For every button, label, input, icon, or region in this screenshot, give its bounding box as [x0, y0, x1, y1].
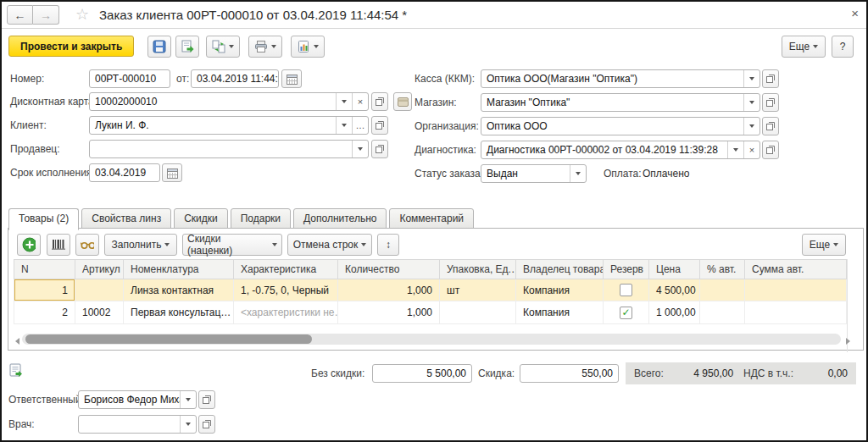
doctor-input[interactable] — [78, 415, 197, 434]
cash-register-dropdown[interactable] — [743, 70, 760, 87]
cash-register-input[interactable]: Оптика ООО(Магазин "Оптика") — [481, 69, 760, 88]
client-input[interactable]: Лукин И. Ф. … — [89, 116, 369, 135]
due-date-calendar-button[interactable] — [162, 163, 182, 182]
organization-input[interactable]: Оптика ООО — [481, 117, 760, 135]
cash-register-open-button[interactable] — [762, 69, 779, 88]
col-header-article[interactable]: Артикул — [75, 260, 124, 279]
create-based-on-button[interactable] — [206, 36, 240, 58]
col-header-characteristic[interactable]: Характеристика — [234, 260, 338, 279]
cell-reserve[interactable]: ✓ — [604, 279, 649, 301]
cell-quantity[interactable]: 1,000 — [338, 301, 440, 323]
tab-comment[interactable]: Комментарий — [389, 208, 474, 229]
seller-open-button[interactable] — [371, 140, 388, 158]
diagnostics-open-button[interactable] — [762, 141, 779, 159]
forward-button[interactable]: → — [33, 5, 59, 25]
col-header-pct-auto[interactable]: % авт. — [700, 260, 745, 279]
discount-card-input[interactable]: 10002000010 × — [89, 92, 369, 111]
cell-pct-auto[interactable] — [700, 279, 745, 301]
date-calendar-button[interactable] — [281, 69, 302, 88]
col-header-sum-auto[interactable]: Сумма авт. — [745, 260, 847, 279]
diagnostics-input[interactable]: Диагностика 00РТ-000002 от 03.04.2019 11… — [481, 141, 760, 159]
cell-n[interactable]: 2 — [14, 301, 75, 323]
col-header-n[interactable]: N — [14, 260, 75, 279]
client-choose-button[interactable]: … — [352, 117, 368, 134]
print-button[interactable] — [248, 36, 282, 58]
shop-input[interactable]: Магазин "Оптика" — [481, 93, 760, 112]
cell-characteristic[interactable]: <характеристики не… — [234, 301, 338, 323]
cell-price[interactable]: 4 500,00 — [649, 279, 700, 301]
col-header-price[interactable]: Цена — [649, 260, 700, 279]
cell-nomenclature[interactable]: Первая консультац… — [124, 301, 234, 323]
row-height-button[interactable]: ↕ — [377, 234, 399, 256]
client-dropdown[interactable] — [336, 117, 352, 134]
scrollbar-thumb[interactable] — [25, 334, 312, 344]
post-status-button[interactable] — [8, 363, 24, 382]
col-header-package[interactable]: Упаковка, Ед.… — [440, 260, 516, 279]
discount-input[interactable]: 550,00 — [520, 364, 619, 383]
responsible-dropdown[interactable] — [180, 391, 196, 408]
cell-price[interactable]: 1 000,00 — [649, 301, 700, 323]
barcode-scan-button[interactable] — [47, 234, 70, 256]
cell-owner[interactable]: Компания — [516, 301, 604, 323]
client-open-button[interactable] — [371, 116, 388, 135]
date-input[interactable]: 03.04.2019 11:44:54 — [191, 69, 279, 88]
organization-open-button[interactable] — [762, 117, 779, 135]
more-button[interactable]: Еще — [782, 36, 826, 58]
responsible-input[interactable]: Борисов Федор Михайло — [78, 390, 197, 409]
discount-card-clear[interactable]: × — [352, 93, 368, 110]
tab-gifts[interactable]: Подарки — [231, 208, 291, 229]
favorite-star-icon[interactable]: ☆ — [75, 5, 89, 24]
table-row[interactable]: 2 10002 Первая консультац… <характеристи… — [14, 301, 847, 323]
discounts-markups-button[interactable]: Скидки (наценки) — [182, 234, 282, 256]
cell-article[interactable]: 10002 — [75, 301, 124, 323]
col-header-reserve[interactable]: Резерв — [604, 260, 649, 279]
seller-dropdown[interactable] — [352, 141, 368, 157]
cancel-rows-button[interactable]: Отмена строк — [287, 234, 372, 256]
diagnostics-clear[interactable]: × — [743, 141, 760, 158]
post-and-close-button[interactable]: Провести и закрыть — [8, 36, 134, 57]
doctor-dropdown[interactable] — [180, 416, 196, 433]
table-row[interactable]: 1 Линза контактная 1, -0.75, 0, Черный 1… — [14, 279, 847, 301]
shop-open-button[interactable] — [762, 93, 779, 112]
horizontal-scrollbar[interactable] — [22, 334, 841, 345]
post-document-button[interactable] — [175, 36, 199, 58]
cell-sum-auto[interactable] — [745, 279, 847, 301]
cell-characteristic[interactable]: 1, -0.75, 0, Черный — [234, 279, 338, 301]
close-icon[interactable]: × — [851, 7, 859, 20]
discount-card-dropdown[interactable] — [336, 93, 352, 110]
col-header-owner[interactable]: Владелец товара — [516, 260, 604, 279]
cell-package[interactable]: шт — [440, 279, 516, 301]
reports-button[interactable] — [291, 36, 325, 58]
number-input[interactable]: 00РТ-000010 — [89, 69, 170, 88]
cell-nomenclature[interactable]: Линза контактная — [124, 279, 234, 301]
due-date-input[interactable]: 03.04.2019 — [89, 163, 160, 182]
cell-package[interactable] — [440, 301, 516, 323]
help-button[interactable]: ? — [832, 36, 854, 58]
hscroll-right-arrow[interactable] — [846, 338, 850, 345]
shop-dropdown[interactable] — [743, 94, 760, 111]
tab-discounts[interactable]: Скидки — [174, 208, 228, 229]
seller-input[interactable] — [89, 140, 369, 158]
read-card-button[interactable] — [393, 92, 412, 111]
cell-n[interactable]: 1 — [14, 279, 75, 301]
hscroll-left-arrow[interactable] — [15, 338, 19, 345]
discount-card-open-button[interactable] — [371, 92, 388, 111]
diagnostics-dropdown[interactable] — [727, 141, 743, 158]
save-button[interactable] — [147, 36, 171, 58]
tab-lens-properties[interactable]: Свойства линз — [81, 208, 171, 229]
cell-article[interactable] — [75, 279, 124, 301]
fill-button[interactable]: Заполнить — [104, 234, 177, 256]
order-status-dropdown[interactable] — [570, 165, 586, 182]
table-more-button[interactable]: Еще — [802, 234, 846, 256]
tab-goods[interactable]: Товары (2) — [8, 208, 79, 230]
add-row-button[interactable] — [17, 234, 41, 256]
cell-quantity[interactable]: 1,000 — [338, 279, 440, 301]
reserve-checkbox[interactable]: ✓ — [620, 307, 632, 319]
cell-pct-auto[interactable] — [700, 301, 745, 323]
col-header-nomenclature[interactable]: Номенклатура — [124, 260, 234, 279]
tab-additional[interactable]: Дополнительно — [293, 208, 387, 229]
back-button[interactable]: ← — [7, 5, 33, 25]
organization-dropdown[interactable] — [743, 118, 760, 135]
cell-sum-auto[interactable] — [745, 301, 847, 323]
reserve-checkbox[interactable]: ✓ — [620, 284, 632, 296]
